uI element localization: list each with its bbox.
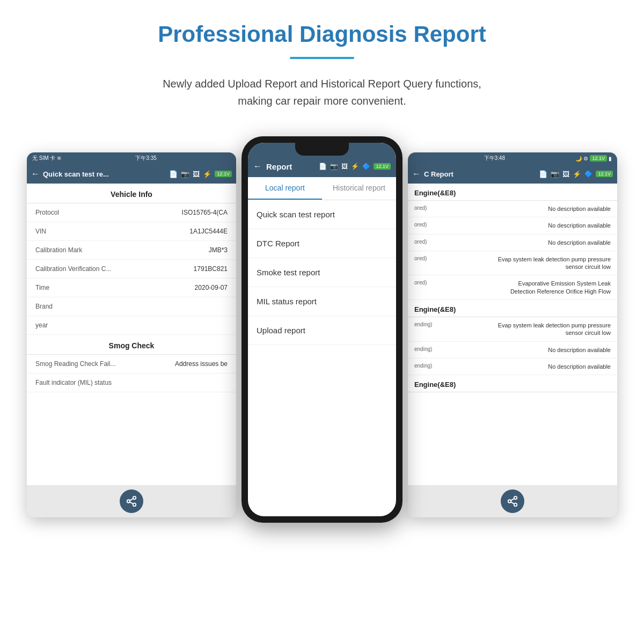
row-vin: VIN 1A1JC5444E bbox=[27, 222, 236, 241]
engine-row-2: ored) No description available bbox=[408, 217, 617, 234]
phone-bluetooth-icon: 🔷 bbox=[362, 163, 370, 170]
svg-point-2 bbox=[133, 503, 136, 507]
image-icon: 🖼 bbox=[193, 170, 200, 178]
list-item-upload[interactable]: Upload report bbox=[248, 316, 396, 345]
left-nav-bar: ← Quick scan test re... 📄 📷 🖼 ⚡ 12.1V bbox=[27, 164, 236, 184]
report-list: Quick scan test report DTC Report Smoke … bbox=[248, 200, 396, 345]
phone-nav-icons: 📄 📷 🖼 ⚡ 🔷 12.1V bbox=[319, 163, 391, 170]
right-status-right: 🌙 ⚙ 12.1V ▮ bbox=[575, 155, 612, 162]
svg-point-6 bbox=[508, 500, 511, 503]
list-item-dtc[interactable]: DTC Report bbox=[248, 229, 396, 258]
page-container: Professional Diagnosis Report Newly adde… bbox=[0, 0, 644, 644]
engine-row-8: ending) No description available bbox=[408, 358, 617, 375]
moon-icon: 🌙 bbox=[575, 156, 582, 162]
right-status-center: 下午3:48 bbox=[484, 155, 505, 162]
right-share-button[interactable] bbox=[501, 489, 524, 513]
svg-line-9 bbox=[511, 499, 514, 501]
doc-icon: 📄 bbox=[169, 170, 178, 178]
tablet-left: 无 SIM 卡 ≋ 下午3:35 ← Quick scan test re...… bbox=[27, 152, 236, 517]
tablet-right: 下午3:48 🌙 ⚙ 12.1V ▮ ← C Report 📄 📷 🖼 ⚡ 🔷 bbox=[408, 152, 617, 517]
right-voltage: 12.1V bbox=[590, 155, 607, 162]
row-year: year bbox=[27, 316, 236, 335]
left-status-bar: 无 SIM 卡 ≋ 下午3:35 bbox=[27, 152, 236, 164]
left-nav-title: Quick scan test re... bbox=[43, 170, 109, 178]
engine-row-6: ending) Evap system leak detection pump … bbox=[408, 317, 617, 342]
right-status-bar: 下午3:48 🌙 ⚙ 12.1V ▮ bbox=[408, 152, 617, 164]
row-calibration-mark: Calibration Mark JMB*3 bbox=[27, 241, 236, 260]
left-back-icon[interactable]: ← bbox=[31, 169, 40, 179]
list-item-quick-scan[interactable]: Quick scan test report bbox=[248, 200, 396, 229]
left-nav-icons: 📄 📷 🖼 ⚡ 12.1V bbox=[169, 170, 232, 178]
list-item-mil[interactable]: MIL status report bbox=[248, 287, 396, 316]
tab-local-report[interactable]: Local report bbox=[248, 177, 322, 200]
svg-point-1 bbox=[127, 500, 130, 503]
svg-point-0 bbox=[133, 496, 136, 500]
phone-doc-icon: 📄 bbox=[319, 163, 327, 170]
right-nav-bar: ← C Report 📄 📷 🖼 ⚡ 🔷 12.1V bbox=[408, 164, 617, 184]
engine-header-3: Engine(&E8) bbox=[408, 375, 617, 392]
phone-camera-icon: 📷 bbox=[330, 163, 338, 170]
right-back-icon[interactable]: ← bbox=[412, 169, 421, 179]
list-item-smoke[interactable]: Smoke test report bbox=[248, 258, 396, 287]
left-bottom-bar bbox=[27, 485, 236, 517]
right-flash-icon: ⚡ bbox=[573, 170, 581, 178]
vehicle-info-header: Vehicle Info bbox=[27, 184, 236, 203]
engine-header-2: Engine(&E8) bbox=[408, 300, 617, 317]
svg-point-5 bbox=[514, 496, 517, 500]
left-content: Vehicle Info Protocol ISO15765-4(CA VIN … bbox=[27, 184, 236, 485]
phone-nav-title: Report bbox=[266, 162, 292, 171]
settings-icon: ⚙ bbox=[583, 156, 588, 162]
flash-icon: ⚡ bbox=[203, 170, 211, 178]
right-bluetooth-icon: 🔷 bbox=[584, 170, 592, 178]
svg-line-4 bbox=[130, 499, 133, 501]
engine-row-5: ored) Evaporative Emission System Leak D… bbox=[408, 275, 617, 300]
subtitle: Newly added Upload Report and Historical… bbox=[163, 75, 481, 109]
right-image-icon: 🖼 bbox=[562, 170, 569, 178]
left-status-center: 下午3:35 bbox=[135, 155, 156, 162]
engine-row-4: ored) Evap system leak detection pump pr… bbox=[408, 251, 617, 276]
right-bottom-bar bbox=[408, 485, 617, 517]
left-share-button[interactable] bbox=[120, 489, 143, 513]
engine-row-1: ored) No description available bbox=[408, 201, 617, 217]
report-tabs: Local report Historical report bbox=[248, 177, 396, 200]
right-voltage2: 12.1V bbox=[596, 171, 613, 177]
svg-line-3 bbox=[130, 502, 133, 504]
engine-row-7: ending) No description available bbox=[408, 342, 617, 358]
engine-row-3: ored) No description available bbox=[408, 235, 617, 251]
left-voltage: 12.1V bbox=[215, 171, 232, 177]
row-protocol: Protocol ISO15765-4(CA bbox=[27, 203, 236, 222]
row-time: Time 2020-09-07 bbox=[27, 279, 236, 297]
phone-nav-bar: ← Report 📄 📷 🖼 ⚡ 🔷 12.1V bbox=[248, 156, 396, 177]
right-camera-icon: 📷 bbox=[551, 170, 559, 178]
title-divider bbox=[290, 57, 354, 59]
phone-back-icon[interactable]: ← bbox=[253, 162, 262, 171]
row-smog-reading: Smog Reading Check Fail... Address issue… bbox=[27, 355, 236, 374]
row-brand: Brand bbox=[27, 297, 236, 316]
phone-center: ← Report 📄 📷 🖼 ⚡ 🔷 12.1V Local report Hi… bbox=[241, 136, 402, 523]
right-doc-icon: 📄 bbox=[539, 170, 547, 178]
right-nav-icons: 📄 📷 🖼 ⚡ 🔷 12.1V bbox=[539, 170, 613, 178]
right-nav-title: C Report bbox=[424, 170, 453, 178]
svg-point-7 bbox=[514, 503, 517, 507]
phone-image-icon: 🖼 bbox=[341, 163, 348, 170]
phone-screen: ← Report 📄 📷 🖼 ⚡ 🔷 12.1V Local report Hi… bbox=[248, 143, 396, 516]
row-fault-indicator: Fault indicator (MIL) status bbox=[27, 374, 236, 392]
camera-icon: 📷 bbox=[181, 170, 189, 178]
phone-flash-icon: ⚡ bbox=[351, 163, 359, 170]
page-title: Professional Diagnosis Report bbox=[158, 21, 486, 47]
svg-line-8 bbox=[511, 502, 514, 504]
subtitle-line2: making car repair more convenient. bbox=[238, 95, 406, 107]
left-status-left: 无 SIM 卡 ≋ bbox=[32, 155, 61, 162]
smog-check-header: Smog Check bbox=[27, 335, 236, 355]
row-calibration-ver: Calibration Verification C... 1791BC821 bbox=[27, 260, 236, 279]
screens-container: 无 SIM 卡 ≋ 下午3:35 ← Quick scan test re...… bbox=[27, 136, 617, 539]
subtitle-line1: Newly added Upload Report and Historical… bbox=[163, 78, 481, 90]
engine-header-1: Engine(&E8) bbox=[408, 184, 617, 201]
right-content: Engine(&E8) ored) No description availab… bbox=[408, 184, 617, 485]
tab-historical-report[interactable]: Historical report bbox=[322, 177, 396, 200]
phone-voltage: 12.1V bbox=[374, 163, 391, 170]
battery-icon: ▮ bbox=[609, 156, 612, 162]
